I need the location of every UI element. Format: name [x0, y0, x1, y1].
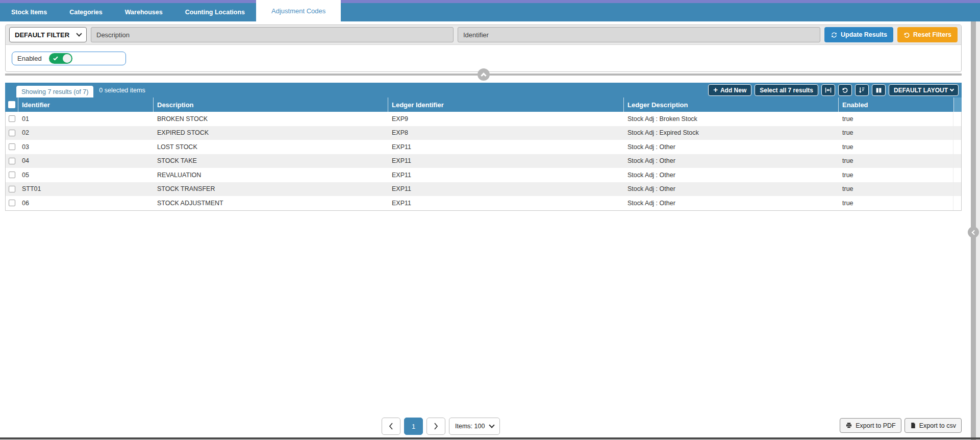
- cell-enabled: true: [839, 143, 953, 151]
- toggle-knob: [63, 54, 71, 63]
- identifier-filter-input[interactable]: Identifier: [458, 27, 820, 42]
- table-row[interactable]: 02 EXPIRED STOCK EXP8 Stock Adj : Expire…: [6, 126, 961, 140]
- row-scroll-gutter: [953, 154, 961, 168]
- page-1-button[interactable]: 1: [404, 418, 423, 435]
- items-per-page-value: Items: 100: [455, 423, 485, 430]
- reset-filters-button[interactable]: Reset Filters: [897, 27, 958, 42]
- cell-ledger-description: Stock Adj : Other: [624, 157, 839, 164]
- chevron-down-icon: [950, 87, 954, 91]
- undo-icon: [903, 32, 910, 38]
- filter-collapse-divider: [5, 74, 962, 76]
- cell-enabled: true: [839, 172, 953, 179]
- tab-categories[interactable]: Categories: [58, 3, 114, 21]
- header-checkbox-cell: [5, 97, 18, 112]
- select-all-button[interactable]: Select all 7 results: [755, 84, 818, 96]
- cell-identifier: 04: [18, 157, 154, 164]
- description-filter-input[interactable]: Description: [91, 27, 454, 42]
- update-results-label: Update Results: [841, 31, 887, 38]
- add-new-label: Add New: [720, 87, 746, 94]
- cell-ledger-description: Stock Adj : Other: [624, 143, 839, 151]
- cell-description: STOCK ADJUSTMENT: [154, 200, 388, 207]
- results-grid: Showing 7 results (of 7) 0 selected item…: [5, 83, 962, 211]
- export-csv-label: Export to csv: [919, 422, 956, 429]
- reset-filters-label: Reset Filters: [913, 31, 951, 38]
- columns-icon: [875, 87, 882, 93]
- cell-description: REVALUATION: [154, 172, 388, 179]
- check-icon: [53, 56, 58, 61]
- previous-page-button[interactable]: [382, 418, 400, 435]
- column-header-ledger-identifier[interactable]: Ledger Identifier: [388, 97, 623, 112]
- chevron-down-icon: [489, 422, 495, 428]
- cell-identifier: 03: [18, 143, 154, 151]
- pagination: 1 Items: 100: [382, 418, 500, 435]
- cell-description: BROKEN STOCK: [154, 115, 388, 123]
- cell-ledger-identifier: EXP11: [388, 157, 624, 164]
- plus-icon: +: [713, 86, 718, 93]
- cell-enabled: true: [839, 157, 953, 164]
- row-scroll-gutter: [953, 112, 961, 126]
- enabled-filter: Enabled: [12, 52, 126, 65]
- export-pdf-button[interactable]: Export to PDF: [840, 418, 901, 433]
- row-scroll-gutter: [953, 126, 961, 140]
- columns-button[interactable]: [872, 84, 886, 96]
- fit-columns-button[interactable]: [821, 84, 835, 96]
- cell-enabled: true: [839, 185, 953, 192]
- chevron-right-icon: [434, 423, 438, 430]
- cell-ledger-identifier: EXP11: [388, 200, 624, 207]
- cell-identifier: 05: [18, 172, 154, 179]
- cell-identifier: 02: [18, 129, 154, 136]
- tab-counting-locations[interactable]: Counting Locations: [174, 3, 256, 21]
- column-header-enabled[interactable]: Enabled: [838, 97, 953, 112]
- collapse-filters-button[interactable]: [478, 68, 490, 81]
- layout-label: DEFAULT LAYOUT: [894, 87, 948, 94]
- table-row[interactable]: 03 LOST STOCK EXP11 Stock Adj : Other tr…: [6, 140, 961, 154]
- filter-panel: DEFAULT FILTER Description Identifier Up…: [5, 25, 962, 72]
- export-buttons: Export to PDF Export to csv: [840, 418, 962, 433]
- items-per-page-select[interactable]: Items: 100: [449, 418, 500, 435]
- showing-results-tab[interactable]: Showing 7 results (of 7): [16, 86, 93, 97]
- row-checkbox[interactable]: [9, 200, 15, 206]
- column-header-identifier[interactable]: Identifier: [18, 97, 153, 112]
- next-page-button[interactable]: [426, 418, 445, 435]
- tab-warehouses[interactable]: Warehouses: [114, 3, 174, 21]
- cell-ledger-identifier: EXP11: [388, 172, 624, 179]
- cell-ledger-identifier: EXP11: [388, 143, 624, 151]
- sort-button[interactable]: [855, 84, 869, 96]
- table-row[interactable]: 05 REVALUATION EXP11 Stock Adj : Other t…: [6, 168, 961, 182]
- row-checkbox[interactable]: [9, 143, 15, 150]
- update-results-button[interactable]: Update Results: [824, 27, 893, 42]
- add-new-button[interactable]: + Add New: [708, 84, 751, 96]
- enabled-toggle[interactable]: [49, 53, 72, 64]
- table-row[interactable]: 06 STOCK ADJUSTMENT EXP11 Stock Adj : Ot…: [6, 196, 961, 210]
- layout-select-button[interactable]: DEFAULT LAYOUT: [889, 84, 959, 96]
- filter-preset-select[interactable]: DEFAULT FILTER: [9, 27, 87, 42]
- row-checkbox[interactable]: [9, 115, 15, 122]
- select-all-checkbox[interactable]: [8, 101, 15, 108]
- cell-ledger-identifier: EXP8: [388, 129, 624, 136]
- reset-grid-button[interactable]: [838, 84, 852, 96]
- cell-identifier: 01: [18, 115, 154, 123]
- chevron-up-icon: [481, 72, 486, 78]
- column-header-description[interactable]: Description: [153, 97, 388, 112]
- row-scroll-gutter: [953, 168, 961, 182]
- tab-stock-items[interactable]: Stock Items: [0, 3, 58, 21]
- main-tabbar: Stock Items Categories Warehouses Counti…: [0, 3, 980, 21]
- selected-items-count: 0 selected items: [99, 87, 145, 94]
- table-row[interactable]: 04 STOCK TAKE EXP11 Stock Adj : Other tr…: [6, 154, 961, 168]
- column-header-ledger-description[interactable]: Ledger Description: [623, 97, 838, 112]
- table-row[interactable]: 01 BROKEN STOCK EXP9 Stock Adj : Broken …: [6, 112, 961, 126]
- filter-preset-value: DEFAULT FILTER: [15, 31, 69, 39]
- chevron-left-icon: [972, 230, 977, 235]
- printer-icon: [845, 422, 852, 429]
- row-checkbox[interactable]: [9, 172, 15, 178]
- cell-description: LOST STOCK: [154, 143, 388, 151]
- cell-ledger-description: Stock Adj : Other: [624, 172, 839, 179]
- export-csv-button[interactable]: Export to csv: [904, 418, 962, 433]
- grid-toolbar: Showing 7 results (of 7) 0 selected item…: [5, 83, 962, 97]
- table-row[interactable]: STT01 STOCK TRANSFER EXP11 Stock Adj : O…: [6, 182, 961, 197]
- row-checkbox[interactable]: [9, 186, 15, 192]
- row-checkbox[interactable]: [9, 158, 15, 164]
- tab-adjustment-codes[interactable]: Adjustment Codes: [256, 0, 341, 21]
- row-checkbox[interactable]: [9, 130, 15, 136]
- side-panel-expand-button[interactable]: [968, 227, 979, 238]
